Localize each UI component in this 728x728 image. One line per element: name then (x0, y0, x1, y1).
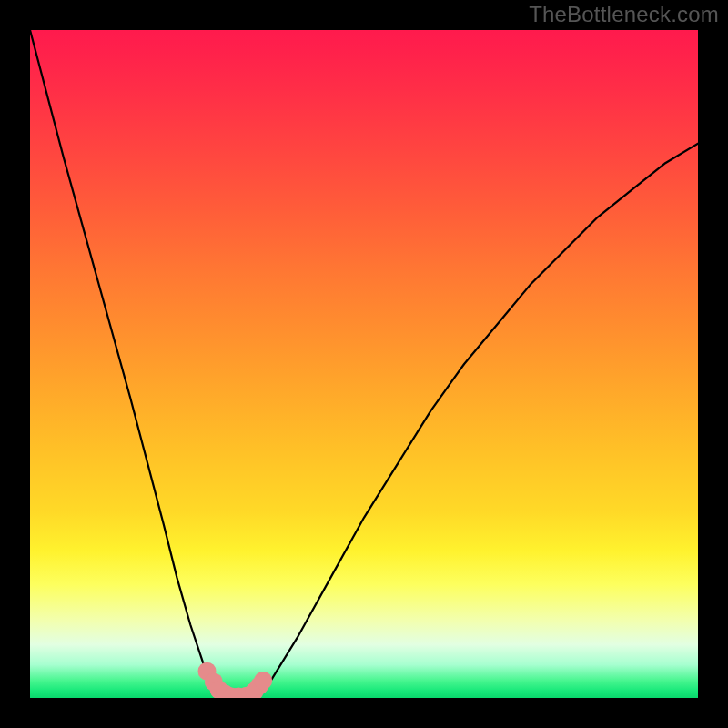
bottleneck-curve (30, 30, 698, 698)
curve-layer (30, 30, 698, 698)
plot-area (30, 30, 698, 698)
chart-svg (30, 30, 698, 698)
marker-dot (254, 672, 272, 690)
watermark-text: TheBottleneck.com (529, 2, 719, 27)
marker-layer (198, 662, 273, 698)
chart-frame: TheBottleneck.com (0, 0, 728, 728)
